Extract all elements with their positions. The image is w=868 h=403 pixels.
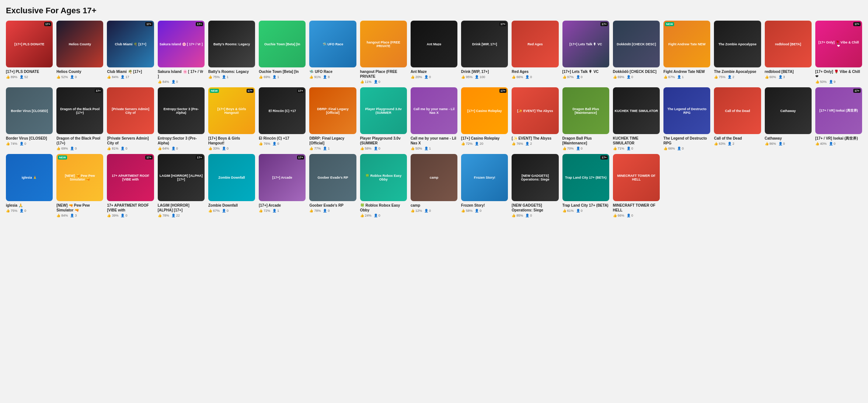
game-card[interactable]: MINECRAFT TOWER OF HELLMINECRAFT TOWER O… xyxy=(613,154,660,217)
game-title: [NEW] 🔫 Pew Pew Simulator 🔫 xyxy=(56,203,103,213)
person-icon: 👤 xyxy=(576,75,580,79)
game-card[interactable]: DBRP: Final Legacy [Official]DBRP: Final… xyxy=(309,87,356,150)
players-stat: 👤 0 xyxy=(627,75,633,79)
game-thumb-bg: hangout Place (FREE PRIVATE xyxy=(360,21,407,67)
game-stats: 👍 40%👤 0 xyxy=(815,142,862,146)
game-card[interactable]: The Zombie ApocalypseThe Zombie Apocalyp… xyxy=(714,21,761,84)
game-card[interactable]: hangout Place (FREE PRIVATEhangout Place… xyxy=(360,21,407,84)
game-thumb-bg: redblood [BETA] xyxy=(765,21,812,67)
game-title: [17+ Only] 🌹 Vibe & Chill ❤ xyxy=(815,69,862,79)
game-thumb-bg: [NEW] 🔫 Pew Pew Simulator 🔫 xyxy=(56,154,103,201)
game-card[interactable]: Frozen Story!Frozen Story!👍 58%👤 0 xyxy=(461,154,508,217)
players-stat: 👤 1 xyxy=(323,147,330,150)
game-card[interactable]: [17+] Lets Talk 🎙 VC17+[17+] Lets Talk 🎙… xyxy=(562,21,609,84)
person-icon: 👤 xyxy=(627,75,631,79)
game-thumbnail: Zombie Downfall xyxy=(208,154,255,201)
game-card[interactable]: [17+] PLS DONATE17+[17+] PLS DONATE👍 89%… xyxy=(6,21,53,84)
players-stat: 👤 0 xyxy=(374,80,380,84)
thumbs-up-icon: 👍 xyxy=(360,80,364,84)
game-card[interactable]: El Rincón (C) +1717+El Rincón (C) +17👍 7… xyxy=(259,87,306,150)
game-stats: 👍 58%👤 0 xyxy=(360,147,407,150)
age-badge: 17+ xyxy=(95,89,102,93)
game-card[interactable]: [17+] Casino Roleplay17+[17+] Casino Rol… xyxy=(461,87,508,150)
players-stat: 👤 0 xyxy=(677,147,684,150)
game-card[interactable]: Call of the DeadCall of the Dead👍 63%👤 2 xyxy=(714,87,761,150)
game-card[interactable]: Entropy:Sector 3 (Pre-Alpha)Entropy:Sect… xyxy=(158,87,205,150)
game-card[interactable]: 🛸 UFO Race🛸 UFO Race👍 91%👤 8 xyxy=(309,21,356,84)
likes-stat: 👍 84% xyxy=(107,75,118,79)
game-card[interactable]: [17+] Boys & Girls Hangout!17+NEW[17+] B… xyxy=(208,87,255,150)
game-card[interactable]: [17+ Only] 🌹 Vibe & Chill ❤17+[17+ Only]… xyxy=(815,21,862,84)
person-icon: 👤 xyxy=(728,142,732,146)
thumbs-up-icon: 👍 xyxy=(815,142,819,146)
game-thumbnail: [17+] Lets Talk 🎙 VC17+ xyxy=(562,21,609,67)
game-thumb-bg: Border Virus [CLOSED] xyxy=(6,87,53,134)
game-card[interactable]: [17+ / VR] Isekai (異世界)17+[17+ / VR] Ise… xyxy=(815,87,862,150)
game-card[interactable]: Dokkōdō [CHECK DESC]Dokkōdō [CHECK DESC]… xyxy=(613,21,660,84)
likes-stat: 👍 40% xyxy=(815,142,827,146)
players-stat: 👤 20 xyxy=(475,142,483,146)
thumbs-up-icon: 👍 xyxy=(663,147,667,150)
game-title: The Legend of Destructo RPG xyxy=(663,136,710,146)
game-card[interactable]: Goober Evade's RPGoober Evade's RP👍 78%👤… xyxy=(309,154,356,217)
players-stat: 👤 0 xyxy=(525,75,532,79)
game-card[interactable]: campcamp👍 12%👤 0 xyxy=(411,154,457,217)
game-card[interactable]: Club Miami 🌴 [17+]17+Club Miami 🌴 [17+]👍… xyxy=(107,21,154,84)
game-card[interactable]: Trap Land City 17+ (BETA)17+Trap Land Ci… xyxy=(562,154,609,217)
game-card[interactable]: Call me by your name - Lil Nas XCall me … xyxy=(411,87,457,150)
game-title: Dokkōdō [CHECK DESC] xyxy=(613,69,660,74)
person-icon: 👤 xyxy=(222,209,226,213)
likes-stat: 👍 69% xyxy=(259,75,270,79)
game-card[interactable]: CathawayCathaway👍 86%👤 0 xyxy=(765,87,812,150)
game-card[interactable]: [NEW] 🔫 Pew Pew Simulator 🔫NEW[NEW] 🔫 Pe… xyxy=(56,154,103,217)
game-card[interactable]: Helios CountyHelios County👍 52%👤 0 xyxy=(56,21,103,84)
thumbs-up-icon: 👍 xyxy=(765,142,769,146)
game-card[interactable]: Batty's Rooms: LegacyBatty's Rooms: Lega… xyxy=(208,21,255,84)
person-icon: 👤 xyxy=(374,147,378,150)
age-badge: 17+ xyxy=(196,22,203,26)
game-card[interactable]: Fight Andrew Tate NEWNEWFight Andrew Tat… xyxy=(663,21,710,84)
game-card[interactable]: Drink [WIP, 17+]17+Drink [WIP, 17+]👍 95%… xyxy=(461,21,508,84)
players-stat: 👤 2 xyxy=(728,75,734,79)
game-card[interactable]: Border Virus [CLOSED]Border Virus [CLOSE… xyxy=(6,87,53,150)
person-icon: 👤 xyxy=(272,209,276,213)
thumbs-up-icon: 👍 xyxy=(309,147,313,150)
game-card[interactable]: Red AgesRed Ages👍 66%👤 0 xyxy=(512,21,558,84)
thumbs-up-icon: 👍 xyxy=(56,75,60,79)
game-card[interactable]: [NEW GADGETS] Operations: Siege[NEW GADG… xyxy=(512,154,558,217)
game-card[interactable]: [✨ EVENT] The Abyss[✨ EVENT] The Abyss👍 … xyxy=(512,87,558,150)
players-stat: 👤 0 xyxy=(424,75,431,79)
players-stat: 👤 1 xyxy=(272,75,279,79)
game-card[interactable]: iglesia 🙏iglesia 🙏👍 75%👤 0 xyxy=(6,154,53,217)
age-badge: 17+ xyxy=(145,22,153,26)
game-card[interactable]: LAGIM [HORROR] [ALPHA] [17+]17+LAGIM [HO… xyxy=(158,154,205,217)
person-icon: 👤 xyxy=(475,209,479,213)
game-card[interactable]: Dragon of the Black Pool (17+)17+Dragon … xyxy=(56,87,103,150)
players-stat: 👤 2 xyxy=(728,142,734,146)
game-card[interactable]: [17+] Arcade17+[17+] Arcade👍 72%👤 1 xyxy=(259,154,306,217)
game-card[interactable]: Ouchie Town [Beta] [InOuchie Town [Beta]… xyxy=(259,21,306,84)
game-card[interactable]: Player Playground 3.0v (SUMMERPlayer Pla… xyxy=(360,87,407,150)
game-card[interactable]: redblood [BETA]redblood [BETA]👍 60%👤 3 xyxy=(765,21,812,84)
likes-stat: 👍 95% xyxy=(461,75,473,79)
likes-stat: 👍 52% xyxy=(56,75,68,79)
likes-stat: 👍 69% xyxy=(56,147,68,150)
game-thumb-bg: 17+ APARTMENT ROOF [VIBE with xyxy=(107,154,154,201)
game-card[interactable]: 17+ APARTMENT ROOF [VIBE with17+17+ APAR… xyxy=(107,154,154,217)
game-card[interactable]: 🍀 Roblox Robox Easy Obby🍀 Roblox Robox E… xyxy=(360,154,407,217)
game-title: iglesia 🙏 xyxy=(6,203,53,208)
likes-stat: 👍 77% xyxy=(309,147,321,150)
game-card[interactable]: [Private Servers Admin] City of[Private … xyxy=(107,87,154,150)
likes-stat: 👍 72% xyxy=(461,142,473,146)
game-card[interactable]: Ant MazeAnt Maze👍 20%👤 0 xyxy=(411,21,457,84)
game-card[interactable]: Sakura Island 🌸 [ 17+ / Vr ]17+Sakura Is… xyxy=(158,21,205,84)
game-thumb-bg: Call me by your name - Lil Nas X xyxy=(411,87,457,134)
game-stats: 👍 97%👤 0 xyxy=(562,75,609,79)
game-stats: 👍 24%👤 0 xyxy=(360,214,407,217)
players-stat: 👤 0 xyxy=(171,80,178,84)
game-card[interactable]: Zombie DownfallZombie Downfall👍 67%👤 0 xyxy=(208,154,255,217)
game-card[interactable]: KUCHEK TIME SIMULATORKUCHEK TIME SIMULAT… xyxy=(613,87,660,150)
game-stats: 👍 76%👤 0 xyxy=(259,142,306,146)
game-card[interactable]: Dragon Ball Plus [Maintenance]Dragon Bal… xyxy=(562,87,609,150)
game-card[interactable]: The Legend of Destructo RPGThe Legend of… xyxy=(663,87,710,150)
